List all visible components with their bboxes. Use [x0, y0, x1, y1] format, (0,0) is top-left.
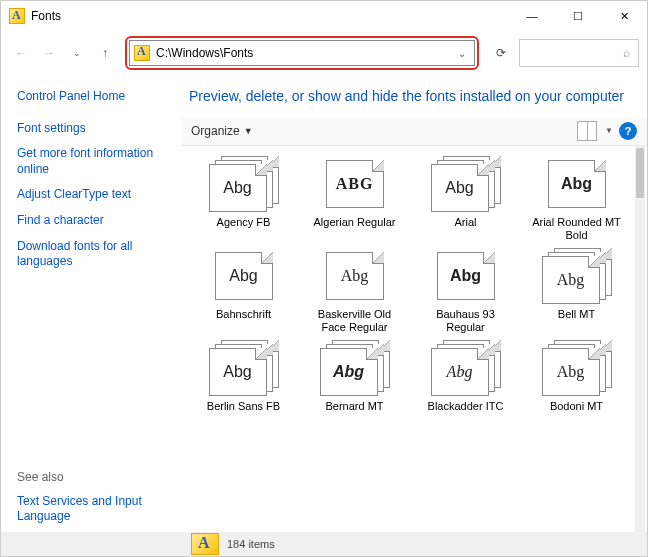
sidebar-link[interactable]: Download fonts for all languages: [17, 239, 171, 270]
font-thumbnail: Abg: [209, 340, 279, 396]
font-thumbnail: Abg: [542, 248, 612, 304]
fonts-folder-icon: [134, 45, 150, 61]
font-item[interactable]: AbgBaskerville Old Face Regular: [302, 248, 407, 334]
main-pane: Preview, delete, or show and hide the fo…: [181, 75, 647, 532]
font-item[interactable]: AbgBlackadder ITC: [413, 340, 518, 413]
sidebar: Control Panel Home Font settings Get mor…: [1, 75, 181, 532]
view-button[interactable]: [577, 121, 597, 141]
font-item[interactable]: AbgBell MT: [524, 248, 629, 334]
font-item[interactable]: AbgBernard MT: [302, 340, 407, 413]
font-item[interactable]: AbgArial: [413, 156, 518, 242]
forward-button[interactable]: →: [37, 41, 61, 65]
font-label: Blackadder ITC: [428, 400, 504, 413]
font-sample: Abg: [557, 363, 585, 381]
sidebar-link[interactable]: Get more font information online: [17, 146, 171, 177]
chevron-down-icon: ▼: [244, 126, 253, 136]
close-button[interactable]: ✕: [601, 1, 647, 31]
minimize-button[interactable]: —: [509, 1, 555, 31]
sidebar-link[interactable]: Find a character: [17, 213, 171, 229]
sidebar-see-also-link[interactable]: Text Services and Input Language: [17, 494, 171, 525]
font-thumbnail: Abg: [431, 156, 501, 212]
font-item[interactable]: AbgAgency FB: [191, 156, 296, 242]
address-dropdown[interactable]: ⌄: [454, 48, 470, 59]
font-item[interactable]: AbgBodoni MT: [524, 340, 629, 413]
font-thumbnail: ABG: [320, 156, 390, 212]
font-label: Bahnschrift: [216, 308, 271, 321]
font-sample: Abg: [557, 271, 585, 289]
address-input[interactable]: [156, 46, 454, 60]
recent-dropdown[interactable]: ⌄: [65, 41, 89, 65]
organize-button[interactable]: Organize ▼: [191, 124, 253, 138]
font-thumbnail: Abg: [320, 340, 390, 396]
font-sample: Abg: [223, 179, 251, 197]
font-thumbnail: Abg: [542, 340, 612, 396]
titlebar: Fonts — ☐ ✕: [1, 1, 647, 31]
font-label: Berlin Sans FB: [207, 400, 280, 413]
search-box[interactable]: ⌕: [519, 39, 639, 67]
window-title: Fonts: [31, 9, 61, 23]
see-also-label: See also: [17, 470, 171, 484]
font-thumbnail: Abg: [209, 248, 279, 304]
font-item[interactable]: AbgBahnschrift: [191, 248, 296, 334]
font-label: Bernard MT: [325, 400, 383, 413]
search-icon: ⌕: [623, 46, 630, 60]
font-sample: Abg: [223, 363, 251, 381]
help-button[interactable]: ?: [619, 122, 637, 140]
scrollbar-thumb[interactable]: [636, 148, 644, 198]
refresh-button[interactable]: ⟳: [487, 39, 515, 67]
address-bar[interactable]: ⌄: [129, 40, 475, 66]
address-bar-highlight: ⌄: [125, 36, 479, 70]
font-label: Arial: [454, 216, 476, 229]
font-label: Bodoni MT: [550, 400, 603, 413]
font-label: Bell MT: [558, 308, 595, 321]
sidebar-link[interactable]: Font settings: [17, 121, 171, 137]
font-item[interactable]: AbgBauhaus 93 Regular: [413, 248, 518, 334]
font-label: Bauhaus 93 Regular: [421, 308, 511, 334]
font-label: Algerian Regular: [314, 216, 396, 229]
font-thumbnail: Abg: [542, 156, 612, 212]
status-count: 184 items: [227, 538, 275, 550]
font-sample: ABG: [336, 175, 374, 193]
font-sample: Abg: [333, 363, 364, 381]
fonts-folder-icon: [9, 8, 25, 24]
font-sample: Abg: [445, 179, 473, 197]
up-button[interactable]: ↑: [93, 41, 117, 65]
sidebar-link[interactable]: Adjust ClearType text: [17, 187, 171, 203]
statusbar: 184 items: [1, 532, 647, 556]
toolbar: Organize ▼ ▼ ?: [181, 117, 647, 146]
font-sample: Abg: [341, 267, 369, 285]
font-thumbnail: Abg: [320, 248, 390, 304]
font-item[interactable]: ABGAlgerian Regular: [302, 156, 407, 242]
navbar: ← → ⌄ ↑ ⌄ ⟳ ⌕: [1, 31, 647, 75]
font-label: Agency FB: [217, 216, 271, 229]
back-button[interactable]: ←: [9, 41, 33, 65]
font-sample: Abg: [450, 267, 481, 285]
font-label: Baskerville Old Face Regular: [310, 308, 400, 334]
view-dropdown[interactable]: ▼: [603, 126, 613, 135]
font-sample: Abg: [447, 363, 473, 381]
font-thumbnail: Abg: [209, 156, 279, 212]
font-sample: Abg: [229, 267, 257, 285]
sidebar-home[interactable]: Control Panel Home: [17, 89, 171, 105]
vertical-scrollbar[interactable]: [635, 146, 645, 532]
font-thumbnail: Abg: [431, 340, 501, 396]
font-label: Arial Rounded MT Bold: [532, 216, 622, 242]
font-sample: Abg: [561, 175, 592, 193]
font-grid: AbgAgency FBABGAlgerian RegularAbgArialA…: [181, 146, 647, 424]
page-description: Preview, delete, or show and hide the fo…: [181, 75, 647, 117]
maximize-button[interactable]: ☐: [555, 1, 601, 31]
fonts-folder-icon: [191, 533, 219, 555]
font-item[interactable]: AbgArial Rounded MT Bold: [524, 156, 629, 242]
font-thumbnail: Abg: [431, 248, 501, 304]
font-item[interactable]: AbgBerlin Sans FB: [191, 340, 296, 413]
